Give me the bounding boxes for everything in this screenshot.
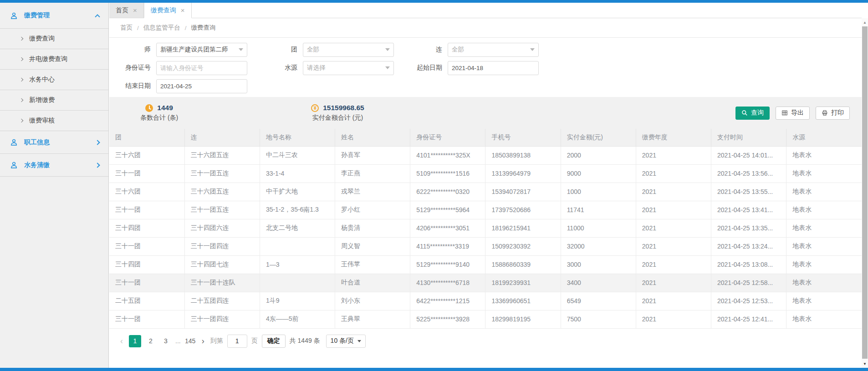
table-row[interactable]: 三十一团三十一团十连队叶合道4130**********671818199239… — [109, 274, 862, 292]
main-content: 首页 × 缴费查询 × 首页 / 信息监管平台 / 缴费查询 师 新疆生产建设兵… — [109, 3, 862, 368]
table-header-row: 团连地号名称姓名身份证号手机号实付金额(元)缴费年度支付时间水源 — [109, 129, 862, 146]
table-cell: 2021-04-25 13:35... — [711, 219, 786, 237]
table-cell: 18299819195 — [485, 310, 561, 328]
close-icon[interactable]: × — [133, 7, 137, 14]
table-row[interactable]: 二十五团二十五团四连1斗9刘小东6422**********1215133699… — [109, 292, 862, 310]
table-row[interactable]: 三十四团三十四团七连1—3王伟苹5129**********9140158868… — [109, 255, 862, 274]
table-cell: 2021-04-25 14:01... — [711, 146, 786, 164]
table-cell: 地表水 — [786, 201, 862, 219]
table-row[interactable]: 三十六团三十六团五连中二斗三农孙喜军4101**********325X1850… — [109, 146, 862, 164]
breadcrumb: 首页 / 信息监管平台 / 缴费查询 — [109, 18, 862, 38]
sidebar-item-payment-audit[interactable]: 缴费审核 — [0, 111, 108, 131]
sidebar-item-new-payment[interactable]: 新增缴费 — [0, 90, 108, 111]
tab-payment-query[interactable]: 缴费查询 × — [144, 3, 192, 18]
table-row[interactable]: 三十一团三十一团五连35-1-2，35-6南1.3罗小红5129********… — [109, 201, 862, 219]
table-cell: 13369960651 — [485, 292, 561, 310]
table-cell: 三十四团 — [109, 219, 184, 237]
table-cell — [260, 237, 335, 255]
table-cell: 18199239931 — [485, 274, 561, 292]
column-header: 连 — [184, 129, 260, 146]
water-source-select[interactable]: 请选择 — [303, 61, 394, 75]
sidebar-group-staff-info[interactable]: 职工信息 — [0, 131, 108, 154]
table-cell: 33-1-4 — [260, 164, 335, 183]
query-button[interactable]: 查询 — [735, 107, 770, 120]
division-select[interactable]: 新疆生产建设兵团第二师 — [156, 43, 247, 57]
table-cell: 三十四团 — [109, 255, 184, 274]
table-row[interactable]: 三十一团三十一团四连4东——5前王典翠5225**********3928182… — [109, 310, 862, 328]
record-count-label: 条数合计 (条) — [140, 114, 178, 122]
table-cell: 2021 — [636, 310, 711, 328]
table-row[interactable]: 三十一团三十一团五连33-1-4李正燕5109**********1516131… — [109, 164, 862, 183]
table-cell: 2021-04-25 13:55... — [711, 183, 786, 201]
column-header: 支付时间 — [711, 129, 786, 146]
regiment-select[interactable]: 全部 — [303, 43, 394, 57]
table-cell: 三十一团五连 — [184, 164, 260, 183]
table-cell: 9000 — [561, 164, 636, 183]
print-button[interactable]: 打印 — [816, 107, 850, 120]
table-cell: 32000 — [561, 237, 636, 255]
sidebar-item-label: 水务中心 — [29, 76, 55, 84]
table-row[interactable]: 三十四团三十四团六连北支二号地杨贵清4206**********30511819… — [109, 219, 862, 237]
confirm-button[interactable]: 确定 — [262, 335, 286, 348]
page-button-2[interactable]: 2 — [145, 335, 156, 347]
table-cell: 地表水 — [786, 183, 862, 201]
page-button-1[interactable]: 1 — [129, 335, 141, 347]
table-cell: 2021 — [636, 146, 711, 164]
scrollbar-thumb[interactable] — [862, 26, 868, 359]
scroll-up-icon[interactable]: ▲ — [862, 19, 868, 25]
breadcrumb-platform[interactable]: 信息监管平台 — [143, 24, 180, 32]
page-size-select[interactable]: 10 条/页 — [326, 335, 366, 348]
sidebar-group-label: 缴费管理 — [24, 11, 96, 20]
table-cell: 4101**********325X — [410, 146, 485, 164]
page-button-3[interactable]: 3 — [160, 335, 171, 347]
table-cell: 刘小东 — [335, 292, 410, 310]
table-cell: 5109**********1516 — [410, 164, 485, 183]
company-select[interactable]: 全部 — [448, 43, 539, 57]
yen-icon: ¥ — [311, 104, 319, 112]
sidebar-item-payment-query[interactable]: 缴费查询 — [0, 29, 108, 49]
tab-home[interactable]: 首页 × — [109, 3, 144, 18]
id-number-input[interactable] — [156, 61, 247, 75]
sidebar-group-label: 水务清缴 — [24, 161, 96, 169]
caret-down-icon — [385, 66, 390, 69]
water-source-select-value: 请选择 — [307, 64, 326, 72]
sidebar-group-water-clearance[interactable]: 水务清缴 — [0, 154, 108, 177]
goto-page-input[interactable] — [227, 335, 247, 348]
table-cell: 孙喜军 — [335, 146, 410, 164]
amount-total-stat: ¥ 15159968.65 实付金额合计 (元) — [311, 104, 364, 122]
table-row[interactable]: 三十六团三十六团五连中干扩大地戎翠兰6222**********03201539… — [109, 183, 862, 201]
start-date-input[interactable] — [448, 61, 539, 75]
tab-bar: 首页 × 缴费查询 × — [109, 3, 862, 18]
table-cell: 中干扩大地 — [260, 183, 335, 201]
breadcrumb-home[interactable]: 首页 — [120, 24, 133, 32]
table-cell: 2021 — [636, 237, 711, 255]
caret-down-icon — [239, 48, 243, 51]
sidebar-item-well-electric-payment-query[interactable]: 井电缴费查询 — [0, 49, 108, 70]
next-page-icon[interactable]: › — [200, 336, 206, 346]
vertical-scrollbar[interactable]: ▲ ▼ — [862, 18, 868, 368]
scroll-down-icon[interactable]: ▼ — [862, 361, 868, 367]
column-header: 实付金额(元) — [561, 129, 636, 146]
id-number-label: 身份证号 — [109, 64, 156, 72]
results-table: 团连地号名称姓名身份证号手机号实付金额(元)缴费年度支付时间水源 三十六团三十六… — [109, 129, 862, 329]
export-button[interactable]: 导出 — [776, 107, 810, 120]
person-icon — [10, 138, 18, 146]
table-row[interactable]: 三十一团三十一团四连周义智4115**********3319150992303… — [109, 237, 862, 255]
table-cell: 三十一团十连队 — [184, 274, 260, 292]
table-cell: 2000 — [561, 146, 636, 164]
sidebar-group-payment-management[interactable]: 缴费管理 — [0, 3, 108, 29]
table-cell: 6222**********0320 — [410, 183, 485, 201]
table-cell: 2021-04-25 13:56... — [711, 164, 786, 183]
person-icon — [10, 161, 18, 169]
page-button-145[interactable]: 145 — [185, 335, 196, 347]
close-icon[interactable]: × — [181, 7, 185, 14]
chevron-right-icon — [20, 37, 23, 41]
column-header: 姓名 — [335, 129, 410, 146]
table-cell: 地表水 — [786, 164, 862, 183]
printer-icon — [822, 110, 828, 116]
table-cell: 地表水 — [786, 274, 862, 292]
table-cell: 三十六团五连 — [184, 183, 260, 201]
sidebar-item-water-center[interactable]: 水务中心 — [0, 70, 108, 90]
prev-page-icon[interactable]: ‹ — [118, 336, 125, 346]
end-date-input[interactable] — [156, 79, 247, 93]
